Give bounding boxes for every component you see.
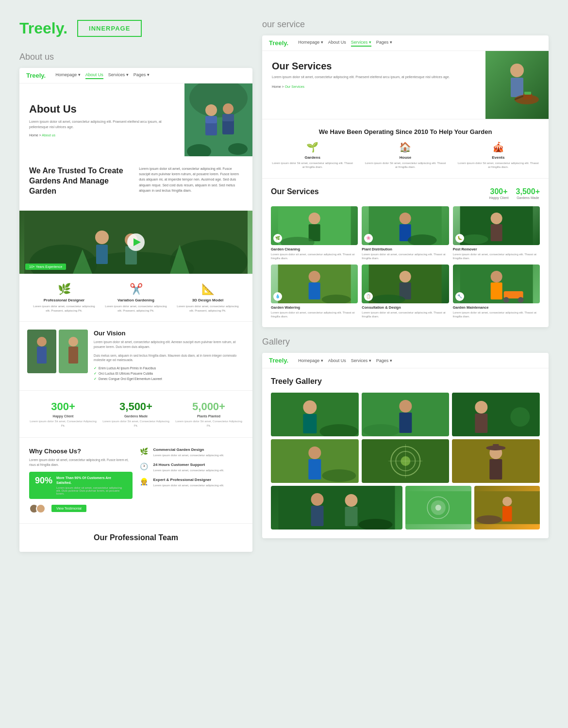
gal-nav-pages[interactable]: Pages ▾ — [376, 358, 392, 363]
service-icon-4: 💧 — [273, 292, 282, 301]
svc-stat-num-2: 3,500+ — [516, 187, 540, 196]
svg-rect-4 — [205, 116, 217, 123]
svg-rect-36 — [309, 224, 320, 241]
services-hero-desc: Lorem ipsum dolor sit amet, consectetur … — [272, 75, 476, 80]
stat-number-2: 3,500+ — [102, 400, 170, 413]
service-title-3: Pest Remover — [453, 247, 540, 251]
nav-link-homepage[interactable]: Homepage ▾ — [55, 72, 81, 79]
our-service-label: our service — [262, 19, 549, 30]
right-column: our service Treely. Homepage ▾ About Us … — [262, 19, 549, 552]
service-image-2: 🌸 — [362, 206, 449, 245]
services-hero-title: Our Services — [272, 61, 476, 72]
nav-link-about[interactable]: About Us — [85, 72, 103, 79]
gallery-nav-links: Homepage ▾ About Us Services ▾ Pages ▾ — [298, 358, 392, 363]
house-icon: 🏠 — [364, 141, 447, 153]
svg-point-2 — [205, 104, 217, 116]
about-hero-title: About Us — [29, 103, 175, 116]
gallery-card-nav: Treely. Homepage ▾ About Us Services ▾ P… — [262, 353, 549, 368]
nav-link-services[interactable]: Services ▾ — [108, 72, 129, 79]
svg-point-65 — [399, 400, 412, 413]
op-house-desc: Lorem ipsum dolor Sit amet, consectetur … — [364, 161, 447, 169]
service-grid-item-5: 📋 Consultation & Design Lorem ipsum dolo… — [362, 265, 449, 319]
gal-nav-about[interactable]: About Us — [328, 358, 346, 363]
why-right-item-3: 👷 Expert & Professional Designer Lorem i… — [140, 478, 243, 488]
services-grid-title: Our Services — [271, 187, 319, 196]
gallery-title: Treely Gallery — [271, 377, 540, 386]
svg-point-9 — [228, 143, 248, 155]
op-events-title: Events — [457, 155, 540, 160]
why-right-content-3: Expert & Professional Designer Lorem ips… — [153, 478, 224, 488]
svg-point-69 — [475, 401, 488, 414]
team-section: Our Professional Team — [19, 523, 252, 552]
op-house-title: House — [364, 155, 447, 160]
why-right-desc-3: Lorem ipsum dolor sit amet, consectetur … — [153, 483, 224, 488]
gallery-item-9 — [474, 486, 540, 529]
svg-point-61 — [303, 400, 317, 414]
nav-link-pages[interactable]: Pages ▾ — [134, 72, 150, 79]
svc-stat-num-1: 300+ — [489, 187, 509, 196]
op-gardens-desc: Lorem ipsum dolor Sit amet, consectetur … — [271, 161, 354, 169]
service-grid-item-1: 🌿 Garden Cleaning Lorem ipsum dolor sit … — [271, 206, 358, 261]
brand-logo: Treely. — [19, 19, 67, 37]
gal-nav-homepage[interactable]: Homepage ▾ — [298, 358, 323, 363]
stat-number-3: 5,000+ — [175, 400, 243, 413]
service-desc-6: Lorem ipsum dolor sit amet, consectetur … — [453, 311, 540, 319]
service-grid-item-2: 🌸 Plant Distribution Lorem ipsum dolor s… — [362, 206, 449, 261]
svc-stat-2: 3,500+ Gardens Made — [516, 187, 540, 199]
svg-point-58 — [503, 297, 509, 303]
service-title-2: Plant Distribution — [362, 247, 449, 251]
feature-item-1: 🌿 Professional Designer Lorem ipsum dolo… — [28, 283, 100, 313]
gallery-item-4 — [271, 439, 359, 483]
service-grid-item-4: 💧 Garden Watering Lorem ipsum dolor sit … — [271, 265, 358, 319]
svc-nav-services[interactable]: Services ▾ — [351, 40, 371, 47]
percent-box: 90% More Than 90% Of Customers Are Satis… — [29, 472, 133, 498]
svg-point-98 — [502, 497, 512, 507]
svg-rect-86 — [493, 444, 499, 449]
service-image-3: 🐛 — [453, 206, 540, 245]
svg-rect-7 — [222, 114, 234, 121]
vision-image-2 — [59, 330, 88, 373]
operating-icons-row: 🌱 Gardens Lorem ipsum dolor Sit amet, co… — [271, 141, 540, 169]
feature-icon-2: ✂️ — [102, 283, 169, 296]
services-image-grid: 🌿 Garden Cleaning Lorem ipsum dolor sit … — [271, 206, 540, 319]
services-nav-logo: Treely. — [269, 39, 288, 47]
gal-nav-services[interactable]: Services ▾ — [351, 358, 371, 363]
why-right-desc-1: Lorem ipsum dolor sit amet, consectetur … — [153, 453, 224, 458]
gallery-item-1 — [271, 393, 359, 436]
svg-rect-66 — [399, 413, 412, 433]
svc-nav-about[interactable]: About Us — [328, 40, 346, 47]
vision-desc: Lorem ipsum dolor sit amet, consectetur … — [94, 340, 245, 349]
left-column: Treely. INNERPAGE About us Treely. Homep… — [19, 19, 252, 552]
view-testimonial-button[interactable]: View Testimonial — [51, 505, 86, 512]
op-events-desc: Lorem ipsum dolor Sit amet, consectetur … — [457, 161, 540, 169]
service-title-5: Consultation & Design — [362, 305, 449, 310]
service-grid-item-3: 🐛 Pest Remover Lorem ipsum dolor sit ame… — [453, 206, 540, 261]
gallery-item-7 — [271, 486, 402, 529]
stat-item-1: 300+ Happy Client Lorem ipsum dolor Sit … — [29, 400, 97, 428]
about-us-section-label: About us — [19, 52, 252, 62]
about-hero-text: About Us Lorem ipsum dolor sit amet, con… — [19, 93, 184, 147]
why-desc: Lorem ipsum dolor sit amet, consectetur … — [29, 458, 133, 467]
service-icon-2: 🌸 — [364, 234, 373, 243]
svc-nav-pages[interactable]: Pages ▾ — [376, 40, 392, 47]
svc-nav-homepage[interactable]: Homepage ▾ — [298, 40, 323, 47]
why-right-title-3: Expert & Professional Designer — [153, 478, 224, 482]
operating-icon-2: 🏠 House Lorem ipsum dolor Sit amet, cons… — [364, 141, 447, 169]
vision-desc-2: Duis metus sem, aliquam in sed lectus fr… — [94, 353, 245, 363]
svg-rect-44 — [490, 224, 502, 241]
why-right-content-2: 24 Hours Customer Support Lorem ipsum do… — [153, 463, 224, 473]
feature-title-1: Professional Designer — [31, 298, 98, 302]
service-title-4: Garden Watering — [271, 305, 358, 310]
vision-images — [27, 330, 88, 373]
why-right-item-2: 🕐 24 Hours Customer Support Lorem ipsum … — [140, 463, 243, 473]
vision-title: Our Vision — [94, 330, 245, 337]
gallery-item-6 — [452, 439, 540, 483]
svg-point-90 — [345, 494, 358, 507]
percent-section-desc: Lorem ipsum dolor sit amet, consectetur … — [56, 486, 126, 495]
gallery-item-3 — [452, 393, 540, 436]
svc-stat-1: 300+ Happy Client — [489, 187, 509, 199]
service-image-4: 💧 — [271, 265, 358, 303]
feature-desc-2: Lorem ipsum dolor amet, consectetur adip… — [102, 304, 169, 313]
svc-stat-label-1: Happy Client — [489, 196, 509, 199]
gallery-item-2 — [362, 393, 450, 436]
